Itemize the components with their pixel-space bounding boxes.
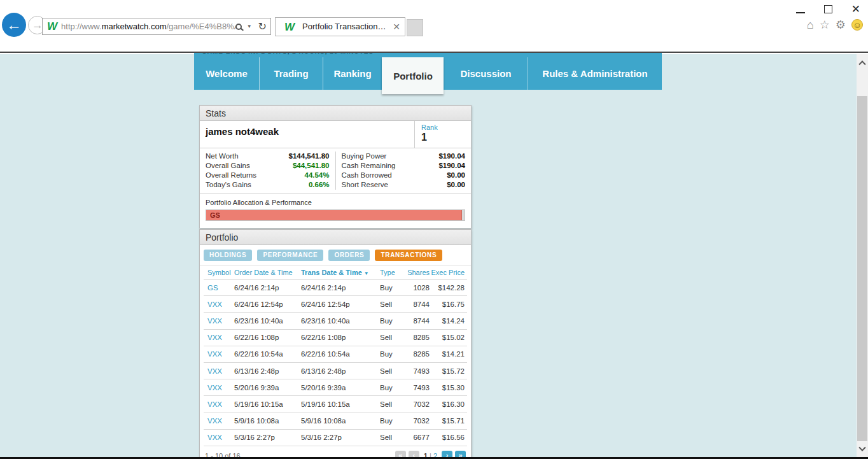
scrollbar-thumb[interactable]: [857, 96, 867, 441]
cell-symbol-link[interactable]: VXX: [204, 400, 234, 408]
cell-order-date: 5/19/16 10:15a: [234, 400, 301, 408]
cell-order-date: 6/24/16 12:54p: [234, 300, 301, 308]
transactions-table: Symbol Order Date & Time Trans Date & Ti…: [204, 265, 467, 446]
nav-tab[interactable]: Welcome: [194, 57, 259, 90]
stat-value: $190.04: [438, 152, 465, 161]
minimize-button-icon[interactable]: [796, 12, 805, 13]
vertical-scrollbar[interactable]: [857, 54, 868, 457]
browser-tab[interactable]: W Portfolio Transactions - 丫... ✕: [275, 17, 405, 36]
nav-tab-label: Trading: [274, 68, 308, 79]
cell-order-date: 6/23/16 10:40a: [234, 317, 301, 325]
allocation-bar-track: GS: [206, 209, 465, 221]
sort-desc-icon: ▼: [364, 271, 369, 276]
home-icon[interactable]: ⌂: [807, 19, 814, 31]
allocation-label: Portfolio Allocation & Performance: [206, 199, 465, 206]
nav-tab[interactable]: Portfolio: [382, 57, 444, 94]
nav-tab[interactable]: Discussion: [444, 57, 528, 90]
stat-row: Overall Returns 44.54%: [206, 171, 330, 180]
cell-symbol-link[interactable]: GS: [204, 284, 234, 292]
chevron-down-icon: [858, 444, 865, 451]
back-button[interactable]: ←: [2, 13, 26, 37]
cell-shares: 8285: [407, 334, 430, 341]
favorites-star-icon[interactable]: ☆: [820, 19, 830, 31]
cell-order-date: 6/24/16 2:14p: [234, 284, 301, 292]
allocation-bar-symbol: GS: [206, 210, 461, 219]
col-exec-price[interactable]: Exec Price: [430, 269, 467, 276]
nav-tab-label: Discussion: [460, 68, 511, 79]
col-symbol[interactable]: Symbol: [204, 269, 234, 276]
cell-type: Buy: [380, 317, 407, 325]
table-row: VXX 5/20/16 9:39a 5/20/16 9:39a Buy 7493…: [204, 379, 467, 396]
game-header-banner: GAME ENDS IN: 2 DAYS, 2 HOURS, 26 MINUTE…: [194, 53, 662, 90]
scroll-up-button[interactable]: [857, 54, 868, 70]
cell-trans-date: 6/24/16 2:14p: [301, 284, 380, 292]
maximize-button-icon[interactable]: [824, 5, 832, 13]
stat-label: Cash Remaining: [342, 161, 396, 171]
cell-symbol-link[interactable]: VXX: [204, 384, 234, 392]
stat-value: $144,541.80: [289, 152, 330, 161]
cell-shares: 8744: [407, 300, 430, 308]
stat-row: Short Reserve $0.00: [342, 180, 466, 190]
cell-symbol-link[interactable]: VXX: [204, 417, 234, 425]
cell-shares: 7032: [407, 400, 430, 408]
col-trans-date[interactable]: Trans Date & Time▼: [301, 269, 380, 276]
new-tab-button[interactable]: [407, 19, 423, 36]
cell-trans-date: 6/24/16 12:54p: [301, 300, 380, 308]
cell-symbol-link[interactable]: VXX: [204, 434, 234, 441]
tab-close-icon[interactable]: ✕: [393, 22, 400, 32]
transactions-table-header: Symbol Order Date & Time Trans Date & Ti…: [204, 265, 467, 279]
game-nav-tabs: Welcome Trading Ranking Portfolio Discus…: [194, 57, 662, 90]
close-button-icon[interactable]: ✕: [851, 4, 860, 15]
stats-panel-title: Stats: [200, 106, 471, 121]
nav-tab[interactable]: Trading: [259, 57, 323, 90]
cell-exec-price: $142.28: [430, 284, 467, 292]
page-background: GAME ENDS IN: 2 DAYS, 2 HOURS, 26 MINUTE…: [0, 54, 868, 457]
col-shares[interactable]: Shares: [407, 269, 430, 276]
cell-trans-date: 5/3/16 2:27p: [301, 434, 380, 441]
stat-row: Overall Gains $44,541.80: [206, 161, 330, 171]
stats-panel: Stats james not4weak Rank 1 Net Worth $1…: [199, 105, 472, 229]
nav-tab[interactable]: Rules & Administration: [528, 57, 662, 90]
search-icon[interactable]: [235, 24, 242, 30]
cell-symbol-link[interactable]: VXX: [204, 350, 234, 358]
col-type[interactable]: Type: [380, 269, 407, 276]
portfolio-view-tabs: HOLDINGS PERFORMANCE ORDERS TRANSACTIONS: [200, 245, 471, 265]
address-dropdown-caret-icon[interactable]: ▼: [247, 24, 252, 29]
cell-exec-price: $14.24: [430, 317, 467, 325]
cell-symbol-link[interactable]: VXX: [204, 367, 234, 375]
cell-type: Sell: [380, 334, 407, 341]
cell-shares: 7493: [407, 367, 430, 375]
cell-symbol-link[interactable]: VXX: [204, 334, 234, 341]
cell-trans-date: 6/22/16 10:54a: [301, 350, 380, 358]
marketwatch-logo-icon: W: [47, 21, 57, 32]
table-row: GS 6/24/16 2:14p 6/24/16 2:14p Buy 1028 …: [204, 279, 467, 296]
feedback-smiley-icon[interactable]: ☺: [851, 19, 863, 31]
cell-exec-price: $16.56: [430, 434, 467, 441]
scroll-down-button[interactable]: [857, 441, 868, 457]
portfolio-view-tab[interactable]: TRANSACTIONS: [375, 250, 442, 261]
cell-shares: 8285: [407, 350, 430, 358]
player-name-row: james not4weak Rank 1: [200, 121, 471, 148]
cell-shares: 7493: [407, 384, 430, 392]
portfolio-view-tab[interactable]: ORDERS: [328, 250, 370, 261]
nav-tab[interactable]: Ranking: [323, 57, 382, 90]
stat-row: Cash Borrowed $0.00: [342, 171, 466, 180]
settings-gear-icon[interactable]: ⚙: [836, 19, 846, 31]
stat-label: Today's Gains: [206, 180, 251, 190]
address-bar[interactable]: W http://www.marketwatch.com/game/%E4%B8…: [42, 18, 271, 35]
table-row: VXX 6/22/16 10:54a 6/22/16 10:54a Buy 82…: [204, 346, 467, 363]
stat-row: Buying Power $190.04: [342, 152, 466, 161]
cell-symbol-link[interactable]: VXX: [204, 300, 234, 308]
cell-shares: 7032: [407, 417, 430, 425]
cell-symbol-link[interactable]: VXX: [204, 317, 234, 325]
cell-exec-price: $15.30: [430, 384, 467, 392]
col-order-date[interactable]: Order Date & Time: [234, 269, 301, 276]
table-row: VXX 5/3/16 2:27p 5/3/16 2:27p Sell 6677 …: [204, 430, 467, 446]
nav-tab-label: Rules & Administration: [542, 68, 647, 79]
stat-row: Cash Remaining $190.04: [342, 161, 466, 171]
url-text: http://www.marketwatch.com/game/%E4%B8%A…: [61, 22, 235, 31]
cell-exec-price: $15.02: [430, 334, 467, 341]
refresh-icon[interactable]: ↻: [258, 20, 267, 32]
portfolio-view-tab[interactable]: HOLDINGS: [204, 250, 252, 261]
portfolio-view-tab[interactable]: PERFORMANCE: [257, 250, 323, 261]
